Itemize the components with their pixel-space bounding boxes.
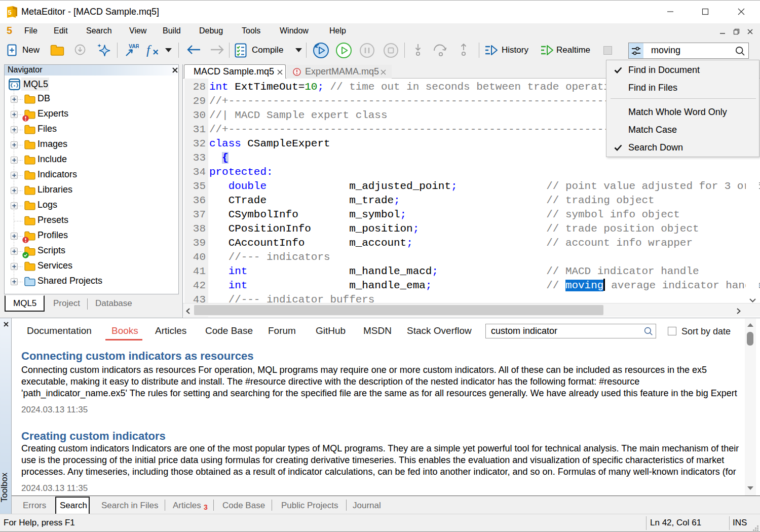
svg-text:VAR: VAR: [129, 43, 139, 49]
svg-text:5: 5: [8, 9, 11, 16]
svg-text:f: f: [146, 43, 152, 57]
